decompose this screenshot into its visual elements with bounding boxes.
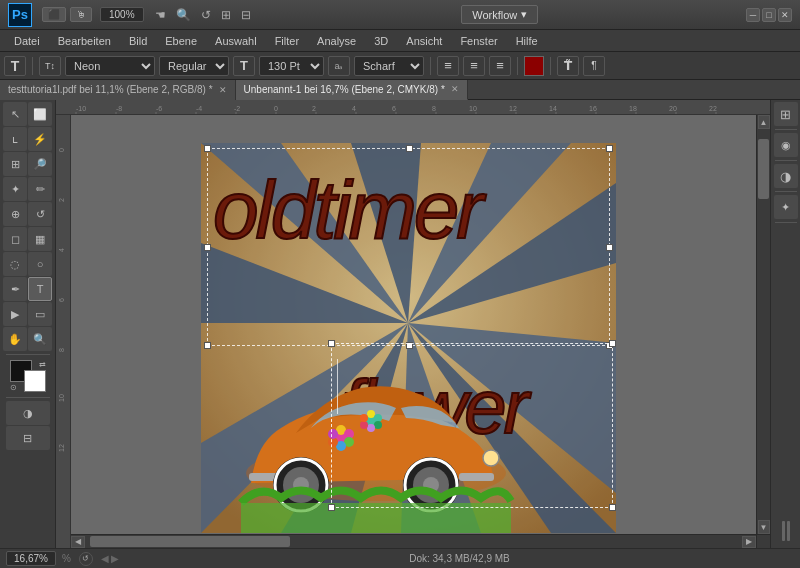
warp-text-btn[interactable]: T̃ bbox=[557, 56, 579, 76]
character-palette-btn[interactable]: ¶ bbox=[583, 56, 605, 76]
svg-text:20: 20 bbox=[669, 105, 677, 112]
menu-hilfe[interactable]: Hilfe bbox=[508, 33, 546, 49]
blur-tool[interactable]: ◌ bbox=[3, 252, 27, 276]
svg-text:oldtimer: oldtimer bbox=[213, 164, 487, 255]
adjustments-panel-btn[interactable]: ◑ bbox=[774, 164, 798, 188]
menu-ebene[interactable]: Ebene bbox=[157, 33, 205, 49]
scroll-up-btn[interactable]: ▲ bbox=[758, 115, 770, 129]
canvas-rotation-indicator[interactable]: ↺ bbox=[79, 552, 93, 566]
tool-row-5: ⊕ ↺ bbox=[3, 202, 52, 226]
restore-button[interactable]: □ bbox=[762, 8, 776, 22]
svg-text:10: 10 bbox=[469, 105, 477, 112]
status-zoom-input[interactable] bbox=[6, 551, 56, 566]
screen-mode-tool[interactable]: ⊟ bbox=[6, 426, 50, 450]
swap-colors-icon[interactable]: ⇄ bbox=[39, 360, 46, 369]
menu-bearbeiten[interactable]: Bearbeiten bbox=[50, 33, 119, 49]
scroll-h-thumb[interactable] bbox=[90, 536, 290, 547]
svg-text:-8: -8 bbox=[116, 105, 122, 112]
layers-panel-btn[interactable]: ⊞ bbox=[774, 102, 798, 126]
eraser-tool[interactable]: ◻ bbox=[3, 227, 27, 251]
tool-row-9: ▶ ▭ bbox=[3, 302, 52, 326]
doc-info-label: Dok: 34,3 MB/42,9 MB bbox=[409, 553, 510, 564]
healing-tool[interactable]: ✦ bbox=[3, 177, 27, 201]
canvas-area[interactable]: oldtimer flower bbox=[71, 115, 770, 548]
svg-text:12: 12 bbox=[509, 105, 517, 112]
title-icon-2[interactable]: 🖰 bbox=[70, 7, 92, 22]
quick-select-tool[interactable]: ⚡ bbox=[28, 127, 52, 151]
stamp-tool[interactable]: ⊕ bbox=[3, 202, 27, 226]
title-center: Workflow ▾ bbox=[254, 5, 746, 24]
nav-icon-view[interactable]: ⊞ bbox=[218, 8, 234, 22]
canvas-container: -10 -8 -6 -4 -2 0 2 4 6 8 10 12 14 16 18… bbox=[56, 100, 770, 548]
scroll-h-track[interactable] bbox=[85, 535, 742, 548]
workflow-button[interactable]: Workflow ▾ bbox=[461, 5, 538, 24]
menu-fenster[interactable]: Fenster bbox=[452, 33, 505, 49]
font-family-select[interactable]: Neon bbox=[65, 56, 155, 76]
eyedropper-tool[interactable]: 🔎 bbox=[28, 152, 52, 176]
font-style-select[interactable]: Regular bbox=[159, 56, 229, 76]
menu-3d[interactable]: 3D bbox=[366, 33, 396, 49]
text-color-swatch[interactable] bbox=[524, 56, 544, 76]
zoom-tool[interactable]: 🔍 bbox=[28, 327, 52, 351]
font-orientation-btn[interactable]: T↕ bbox=[39, 56, 61, 76]
pen-tool[interactable]: ✒ bbox=[3, 277, 27, 301]
tab-pdf[interactable]: testtutoria1l.pdf bei 11,1% (Ebene 2, RG… bbox=[0, 80, 236, 100]
quick-mask-tool[interactable]: ◑ bbox=[6, 401, 50, 425]
styles-panel-btn[interactable]: ✦ bbox=[774, 195, 798, 219]
panel-resize-handle[interactable] bbox=[774, 516, 798, 546]
tab-pdf-close[interactable]: ✕ bbox=[219, 85, 227, 95]
scroll-down-btn[interactable]: ▼ bbox=[758, 520, 770, 534]
nav-icon-rotate[interactable]: ↺ bbox=[198, 8, 214, 22]
history-tool[interactable]: ↺ bbox=[28, 202, 52, 226]
title-bar: Ps ⬛ 🖰 100% ☚ 🔍 ↺ ⊞ ⊟ Workflow ▾ ─ □ ✕ bbox=[0, 0, 800, 30]
align-left-btn[interactable]: ≡ bbox=[437, 56, 459, 76]
menu-auswahl[interactable]: Auswahl bbox=[207, 33, 265, 49]
menu-ansicht[interactable]: Ansicht bbox=[398, 33, 450, 49]
nav-icon-zoom[interactable]: 🔍 bbox=[173, 8, 194, 22]
vertical-scrollbar[interactable]: ▲ ▼ bbox=[756, 115, 770, 534]
text-tool[interactable]: T bbox=[28, 277, 52, 301]
hand-tool[interactable]: ✋ bbox=[3, 327, 27, 351]
background-color[interactable] bbox=[24, 370, 46, 392]
lasso-tool[interactable]: ʟ bbox=[3, 127, 27, 151]
nav-icon-hand[interactable]: ☚ bbox=[152, 8, 169, 22]
scroll-left-btn[interactable]: ◀ bbox=[71, 536, 85, 548]
align-right-btn[interactable]: ≡ bbox=[489, 56, 511, 76]
menu-datei[interactable]: Datei bbox=[6, 33, 48, 49]
anti-alias-select[interactable]: Scharf bbox=[354, 56, 424, 76]
tab-unbenannt-close[interactable]: ✕ bbox=[451, 84, 459, 94]
tab-unbenannt[interactable]: Unbenannt-1 bei 16,7% (Ebene 2, CMYK/8) … bbox=[236, 80, 468, 100]
nav-icon-arr[interactable]: ⊟ bbox=[238, 8, 254, 22]
minimize-button[interactable]: ─ bbox=[746, 8, 760, 22]
workflow-dropdown-icon: ▾ bbox=[521, 8, 527, 21]
menu-bild[interactable]: Bild bbox=[121, 33, 155, 49]
svg-point-76 bbox=[374, 414, 382, 422]
status-bar: % ↺ ◀ ▶ Dok: 34,3 MB/42,9 MB bbox=[0, 548, 800, 568]
menu-filter[interactable]: Filter bbox=[267, 33, 307, 49]
nav-prev-btn[interactable]: ◀ bbox=[101, 553, 109, 564]
nav-next-btn[interactable]: ▶ bbox=[111, 553, 119, 564]
channels-panel-btn[interactable]: ◉ bbox=[774, 133, 798, 157]
font-size-select[interactable]: 130 Pt bbox=[259, 56, 324, 76]
crop-tool[interactable]: ⊞ bbox=[3, 152, 27, 176]
scroll-v-thumb[interactable] bbox=[758, 139, 769, 199]
close-button[interactable]: ✕ bbox=[778, 8, 792, 22]
scroll-right-btn[interactable]: ▶ bbox=[742, 536, 756, 548]
align-center-btn[interactable]: ≡ bbox=[463, 56, 485, 76]
scroll-v-track[interactable] bbox=[757, 129, 770, 520]
brush-tool[interactable]: ✏ bbox=[28, 177, 52, 201]
tool-row-8: ✒ T bbox=[3, 277, 52, 301]
marquee-tool[interactable]: ⬜ bbox=[28, 102, 52, 126]
shape-tool[interactable]: ▭ bbox=[28, 302, 52, 326]
dodge-tool[interactable]: ○ bbox=[28, 252, 52, 276]
ps-logo: Ps bbox=[8, 3, 32, 27]
move-tool[interactable]: ↖ bbox=[3, 102, 27, 126]
path-select-tool[interactable]: ▶ bbox=[3, 302, 27, 326]
title-icon-1[interactable]: ⬛ bbox=[42, 7, 66, 22]
menu-analyse[interactable]: Analyse bbox=[309, 33, 364, 49]
svg-point-77 bbox=[374, 421, 382, 429]
reset-colors-icon[interactable]: ⊙ bbox=[10, 383, 17, 392]
svg-point-66 bbox=[483, 450, 499, 466]
horizontal-scrollbar[interactable]: ◀ ▶ bbox=[71, 534, 756, 548]
gradient-tool[interactable]: ▦ bbox=[28, 227, 52, 251]
